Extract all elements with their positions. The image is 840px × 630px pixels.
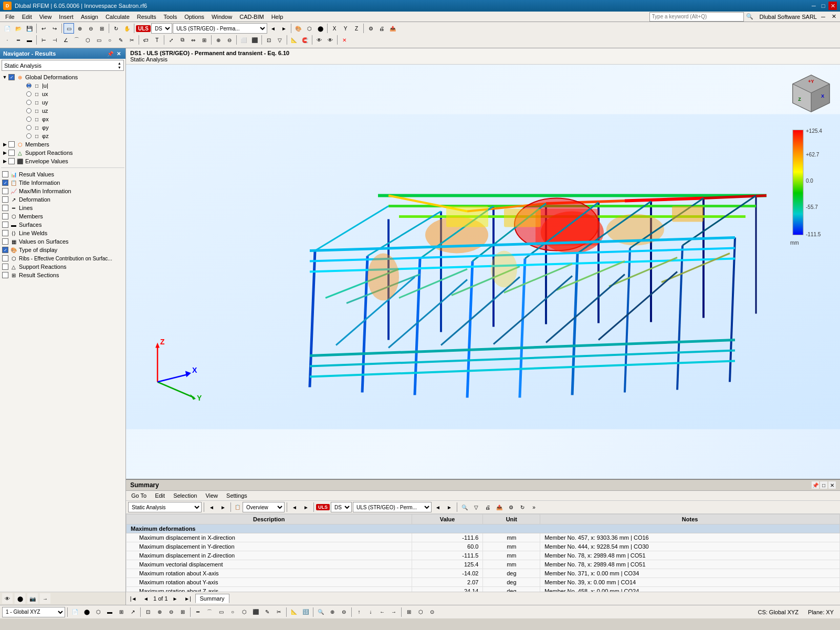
keyword-search[interactable]	[649, 12, 744, 22]
checkbox-members[interactable]	[8, 141, 15, 148]
tb-copy[interactable]: ⧉	[177, 35, 187, 45]
nav-close-button[interactable]: ✕	[830, 13, 838, 21]
tb-zoom-fit[interactable]: ⊞	[97, 23, 107, 34]
col-value[interactable]: Value	[412, 514, 483, 524]
ds-combo[interactable]: DS1	[331, 502, 352, 512]
tb-node[interactable]: ⬤	[315, 23, 326, 34]
btb-extra1[interactable]: ⊞	[404, 607, 414, 617]
checkbox-deformation[interactable]	[2, 196, 8, 203]
prev-combo-btn[interactable]: ◄	[268, 23, 278, 34]
summary-close-btn[interactable]: ✕	[828, 481, 836, 489]
btb-snap2[interactable]: ⊕	[154, 607, 165, 617]
coord-system-selector[interactable]: 1 - Global XYZ	[2, 607, 65, 617]
radio-uz[interactable]	[26, 108, 32, 113]
tree-deformation[interactable]: ↗ Deformation	[1, 195, 124, 204]
radio-u-abs[interactable]	[26, 83, 32, 88]
summary-tab[interactable]: Summary	[195, 594, 229, 603]
analysis-type-selector[interactable]: Static Analysis	[128, 502, 202, 512]
radio-uy[interactable]	[26, 100, 32, 105]
btb-draw5[interactable]: ⬡	[239, 607, 249, 617]
tb-snap[interactable]: 🧲	[300, 35, 310, 45]
btb-meas2[interactable]: 🔢	[300, 607, 311, 617]
btb-draw3[interactable]: ▭	[216, 607, 226, 617]
checkbox-envelope[interactable]	[8, 158, 15, 164]
nav-selector[interactable]: Static Analysis ▲ ▼	[2, 60, 124, 71]
checkbox-support-nav[interactable]	[2, 264, 8, 270]
tree-result-values[interactable]: 📊 Result Values	[1, 170, 124, 178]
tb-y-view[interactable]: Y	[340, 23, 351, 34]
tb-export-sum[interactable]: 📤	[494, 502, 505, 512]
nav-bottom-settings-btn[interactable]: →	[40, 593, 50, 604]
tb-print[interactable]: 🖨	[376, 23, 387, 34]
tb-curve[interactable]: ⌒	[71, 35, 82, 45]
nav-bottom-view-btn[interactable]: 👁	[2, 593, 13, 604]
tree-phiy[interactable]: □ φy	[1, 123, 124, 132]
summary-prev2-btn[interactable]: ◄	[289, 502, 300, 512]
tree-support-reactions-nav[interactable]: △ Support Reactions	[1, 262, 124, 271]
nav-bottom-eye-btn[interactable]: ⬤	[15, 593, 25, 604]
radio-ux[interactable]	[26, 91, 32, 97]
checkbox-members-nav[interactable]	[2, 213, 8, 219]
tb-filter-sum[interactable]: ▽	[471, 502, 481, 512]
next-combo-btn[interactable]: ►	[279, 23, 289, 34]
tree-ribs[interactable]: ⬡ Ribs - Effective Contribution on Surfa…	[1, 254, 124, 262]
checkbox-maxmin[interactable]	[2, 188, 8, 194]
tb-redo[interactable]: ↪	[49, 23, 60, 34]
tree-envelope[interactable]: ▶ ⬛ Envelope Values	[1, 157, 124, 165]
checkbox-support[interactable]	[8, 150, 15, 156]
tree-maxmin-info[interactable]: 📈 Max/Min Information	[1, 187, 124, 195]
tree-line-welds[interactable]: ⟨⟩ Line Welds	[1, 229, 124, 237]
btb-nav4[interactable]: →	[388, 607, 399, 617]
btb-6[interactable]: ↗	[128, 607, 138, 617]
btb-2[interactable]: ⬤	[81, 607, 92, 617]
tb-show[interactable]: 👁	[325, 35, 335, 45]
btb-mag2[interactable]: ⊕	[327, 607, 338, 617]
col-notes[interactable]: Notes	[540, 514, 840, 524]
tree-uy[interactable]: □ uy	[1, 98, 124, 107]
tb-print-sum[interactable]: 🖨	[482, 502, 493, 512]
tree-phix[interactable]: □ φx	[1, 115, 124, 123]
summary-prev3-btn[interactable]: ◄	[433, 502, 443, 512]
menu-assign[interactable]: Assign	[78, 13, 101, 21]
tb-text[interactable]: T	[152, 35, 162, 45]
btb-draw8[interactable]: ✂	[274, 607, 284, 617]
tb-wire[interactable]: ⬡	[304, 23, 314, 34]
checkbox-title-info[interactable]: ✓	[2, 180, 8, 186]
tb-cut[interactable]: ✂	[127, 35, 137, 45]
tb-move[interactable]: ⤢	[166, 35, 176, 45]
tb-tag[interactable]: 🏷	[141, 35, 151, 45]
btb-grid[interactable]: ⊞	[177, 607, 188, 617]
btb-snap3[interactable]: ⊖	[166, 607, 176, 617]
tree-members[interactable]: ▶ ⬡ Members	[1, 140, 124, 149]
tb-filter[interactable]: ▽	[275, 35, 285, 45]
btb-nav3[interactable]: ←	[377, 607, 387, 617]
tb-save[interactable]: 💾	[24, 23, 35, 34]
tb-merge[interactable]: ⊕	[213, 35, 224, 45]
overview-selector[interactable]: Overview	[243, 502, 285, 512]
tb-3d-view[interactable]: ⬛	[249, 35, 260, 45]
tb-circle[interactable]: ○	[104, 35, 115, 45]
checkbox-surfaces[interactable]	[2, 222, 8, 228]
perm-combo[interactable]: ULS (STR/GEO) - Perm...	[353, 502, 432, 512]
checkbox-lines[interactable]	[2, 205, 8, 211]
tb-search-sum[interactable]: 🔍	[459, 502, 470, 512]
summary-pin-btn[interactable]: 📌	[812, 481, 819, 489]
tb-close-x[interactable]: ✕	[339, 35, 350, 45]
summary-next2-btn[interactable]: ►	[301, 502, 311, 512]
tree-surfaces[interactable]: ▬ Surfaces	[1, 220, 124, 229]
tree-uz[interactable]: □ uz	[1, 107, 124, 115]
summary-menu-edit[interactable]: Edit	[152, 492, 168, 499]
btb-mag1[interactable]: 🔍	[316, 607, 326, 617]
tree-support-reactions[interactable]: ▶ △ Support Reactions	[1, 149, 124, 157]
tree-values-surfaces[interactable]: ▦ Values on Surfaces	[1, 237, 124, 246]
col-description[interactable]: Description	[127, 514, 412, 524]
summary-table-container[interactable]: Description Value Unit Notes	[126, 514, 840, 592]
orientation-cube[interactable]: +Y X Z	[790, 72, 832, 114]
menu-options[interactable]: Options	[181, 13, 207, 21]
combo-selector[interactable]: ULS (STR/GEO) - Perma...	[173, 23, 267, 34]
tb-dim2[interactable]: ⊣	[49, 35, 60, 45]
tree-ux[interactable]: □ ux	[1, 90, 124, 98]
tree-global-deformations[interactable]: ▼ ✓ ⊕ Global Deformations	[1, 73, 124, 81]
tree-u-abs[interactable]: □ |u|	[1, 81, 124, 90]
btb-extra2[interactable]: ⬡	[415, 607, 426, 617]
